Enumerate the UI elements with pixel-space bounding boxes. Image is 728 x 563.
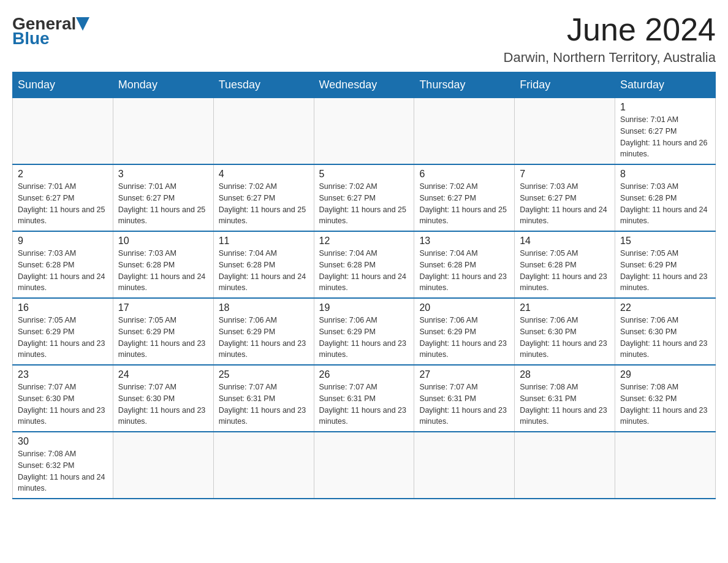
- day-number: 22: [620, 302, 710, 313]
- calendar-cell: 11Sunrise: 7:04 AMSunset: 6:28 PMDayligh…: [213, 231, 314, 298]
- weekday-header-tuesday: Tuesday: [213, 72, 314, 98]
- calendar-cell: [213, 98, 314, 165]
- day-info: Sunrise: 7:05 AMSunset: 6:29 PMDaylight:…: [620, 248, 710, 294]
- day-info: Sunrise: 7:08 AMSunset: 6:31 PMDaylight:…: [520, 381, 610, 427]
- calendar-cell: 29Sunrise: 7:08 AMSunset: 6:32 PMDayligh…: [615, 365, 716, 432]
- calendar-cell: 9Sunrise: 7:03 AMSunset: 6:28 PMDaylight…: [13, 231, 113, 298]
- day-number: 3: [118, 169, 208, 180]
- day-number: 29: [620, 369, 710, 380]
- day-info: Sunrise: 7:06 AMSunset: 6:29 PMDaylight:…: [219, 315, 309, 361]
- weekday-header-thursday: Thursday: [414, 72, 515, 98]
- day-info: Sunrise: 7:06 AMSunset: 6:29 PMDaylight:…: [319, 315, 409, 361]
- calendar-cell: 3Sunrise: 7:01 AMSunset: 6:27 PMDaylight…: [113, 164, 213, 231]
- calendar-cell: 24Sunrise: 7:07 AMSunset: 6:30 PMDayligh…: [113, 365, 213, 432]
- calendar-cell: [113, 432, 213, 499]
- calendar-cell: [314, 98, 414, 165]
- calendar-cell: 26Sunrise: 7:07 AMSunset: 6:31 PMDayligh…: [314, 365, 414, 432]
- day-number: 1: [620, 102, 710, 113]
- weekday-header-friday: Friday: [515, 72, 615, 98]
- title-block: June 2024 Darwin, Northern Territory, Au…: [504, 12, 716, 66]
- calendar-cell: [213, 432, 314, 499]
- day-info: Sunrise: 7:04 AMSunset: 6:28 PMDaylight:…: [419, 248, 509, 294]
- calendar-cell: 6Sunrise: 7:02 AMSunset: 6:27 PMDaylight…: [414, 164, 515, 231]
- calendar-cell: 8Sunrise: 7:03 AMSunset: 6:28 PMDaylight…: [615, 164, 716, 231]
- calendar-week-row: 30Sunrise: 7:08 AMSunset: 6:32 PMDayligh…: [13, 432, 716, 499]
- day-number: 17: [118, 302, 208, 313]
- calendar-cell: 28Sunrise: 7:08 AMSunset: 6:31 PMDayligh…: [515, 365, 615, 432]
- location-title: Darwin, Northern Territory, Australia: [504, 50, 716, 66]
- weekday-header-sunday: Sunday: [13, 72, 113, 98]
- calendar-cell: 25Sunrise: 7:07 AMSunset: 6:31 PMDayligh…: [213, 365, 314, 432]
- day-info: Sunrise: 7:03 AMSunset: 6:28 PMDaylight:…: [620, 181, 710, 227]
- day-info: Sunrise: 7:06 AMSunset: 6:29 PMDaylight:…: [419, 315, 509, 361]
- day-number: 5: [319, 169, 409, 180]
- day-number: 12: [319, 236, 409, 247]
- day-number: 21: [520, 302, 610, 313]
- calendar-cell: 21Sunrise: 7:06 AMSunset: 6:30 PMDayligh…: [515, 298, 615, 365]
- day-info: Sunrise: 7:08 AMSunset: 6:32 PMDaylight:…: [18, 448, 108, 494]
- svg-marker-0: [76, 17, 89, 31]
- calendar-cell: 19Sunrise: 7:06 AMSunset: 6:29 PMDayligh…: [314, 298, 414, 365]
- day-number: 16: [18, 302, 108, 313]
- calendar-cell: 2Sunrise: 7:01 AMSunset: 6:27 PMDaylight…: [13, 164, 113, 231]
- day-info: Sunrise: 7:07 AMSunset: 6:30 PMDaylight:…: [18, 381, 108, 427]
- calendar-cell: [113, 98, 213, 165]
- calendar-cell: [414, 98, 515, 165]
- day-number: 23: [18, 369, 108, 380]
- day-info: Sunrise: 7:07 AMSunset: 6:30 PMDaylight:…: [118, 381, 208, 427]
- calendar-week-row: 1Sunrise: 7:01 AMSunset: 6:27 PMDaylight…: [13, 98, 716, 165]
- day-info: Sunrise: 7:04 AMSunset: 6:28 PMDaylight:…: [319, 248, 409, 294]
- day-info: Sunrise: 7:08 AMSunset: 6:32 PMDaylight:…: [620, 381, 710, 427]
- weekday-header-wednesday: Wednesday: [314, 72, 414, 98]
- day-info: Sunrise: 7:02 AMSunset: 6:27 PMDaylight:…: [419, 181, 509, 227]
- weekday-header-monday: Monday: [113, 72, 213, 98]
- calendar-cell: 13Sunrise: 7:04 AMSunset: 6:28 PMDayligh…: [414, 231, 515, 298]
- day-info: Sunrise: 7:07 AMSunset: 6:31 PMDaylight:…: [219, 381, 309, 427]
- day-info: Sunrise: 7:06 AMSunset: 6:30 PMDaylight:…: [520, 315, 610, 361]
- day-info: Sunrise: 7:02 AMSunset: 6:27 PMDaylight:…: [219, 181, 309, 227]
- month-title: June 2024: [504, 12, 716, 47]
- calendar-cell: 27Sunrise: 7:07 AMSunset: 6:31 PMDayligh…: [414, 365, 515, 432]
- calendar-cell: 14Sunrise: 7:05 AMSunset: 6:28 PMDayligh…: [515, 231, 615, 298]
- day-number: 6: [419, 169, 509, 180]
- day-number: 28: [520, 369, 610, 380]
- calendar-cell: [414, 432, 515, 499]
- calendar-cell: 22Sunrise: 7:06 AMSunset: 6:30 PMDayligh…: [615, 298, 716, 365]
- day-info: Sunrise: 7:05 AMSunset: 6:29 PMDaylight:…: [118, 315, 208, 361]
- day-number: 7: [520, 169, 610, 180]
- calendar-cell: [615, 432, 716, 499]
- day-info: Sunrise: 7:07 AMSunset: 6:31 PMDaylight:…: [419, 381, 509, 427]
- calendar-header-row: SundayMondayTuesdayWednesdayThursdayFrid…: [13, 72, 716, 98]
- day-info: Sunrise: 7:03 AMSunset: 6:28 PMDaylight:…: [118, 248, 208, 294]
- day-number: 25: [219, 369, 309, 380]
- day-info: Sunrise: 7:07 AMSunset: 6:31 PMDaylight:…: [319, 381, 409, 427]
- day-number: 27: [419, 369, 509, 380]
- day-number: 18: [219, 302, 309, 313]
- calendar-week-row: 2Sunrise: 7:01 AMSunset: 6:27 PMDaylight…: [13, 164, 716, 231]
- day-info: Sunrise: 7:02 AMSunset: 6:27 PMDaylight:…: [319, 181, 409, 227]
- calendar-table: SundayMondayTuesdayWednesdayThursdayFrid…: [12, 72, 716, 499]
- day-number: 10: [118, 236, 208, 247]
- calendar-cell: 1Sunrise: 7:01 AMSunset: 6:27 PMDaylight…: [615, 98, 716, 165]
- calendar-cell: [13, 98, 113, 165]
- calendar-cell: 5Sunrise: 7:02 AMSunset: 6:27 PMDaylight…: [314, 164, 414, 231]
- day-number: 15: [620, 236, 710, 247]
- day-info: Sunrise: 7:01 AMSunset: 6:27 PMDaylight:…: [118, 181, 208, 227]
- day-number: 2: [18, 169, 108, 180]
- day-number: 26: [319, 369, 409, 380]
- calendar-cell: [515, 98, 615, 165]
- day-number: 9: [18, 236, 108, 247]
- day-number: 13: [419, 236, 509, 247]
- calendar-cell: [515, 432, 615, 499]
- calendar-cell: 12Sunrise: 7:04 AMSunset: 6:28 PMDayligh…: [314, 231, 414, 298]
- day-info: Sunrise: 7:03 AMSunset: 6:27 PMDaylight:…: [520, 181, 610, 227]
- logo-blue-text: Blue: [12, 30, 50, 47]
- page-header: General Blue June 2024 Darwin, Northern …: [12, 12, 716, 66]
- calendar-cell: 4Sunrise: 7:02 AMSunset: 6:27 PMDaylight…: [213, 164, 314, 231]
- calendar-week-row: 16Sunrise: 7:05 AMSunset: 6:29 PMDayligh…: [13, 298, 716, 365]
- day-info: Sunrise: 7:03 AMSunset: 6:28 PMDaylight:…: [18, 248, 108, 294]
- calendar-cell: 7Sunrise: 7:03 AMSunset: 6:27 PMDaylight…: [515, 164, 615, 231]
- logo-triangle-icon: [76, 17, 89, 31]
- day-number: 20: [419, 302, 509, 313]
- day-number: 30: [18, 436, 108, 447]
